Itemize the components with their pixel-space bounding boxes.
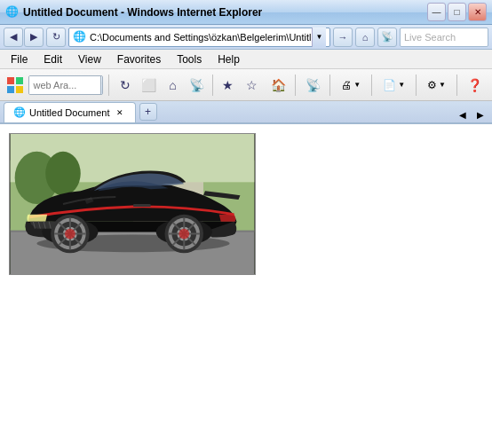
forward-button[interactable]: ▶	[24, 28, 44, 47]
svg-rect-0	[7, 77, 14, 84]
close-button[interactable]: ✕	[468, 3, 487, 21]
feeds-button[interactable]: 📡	[377, 28, 397, 47]
menu-edit[interactable]: Edit	[36, 51, 69, 67]
toolbar-search-wrapper: 🔍	[28, 75, 103, 95]
toolbar-rss-button[interactable]: 📡	[186, 73, 207, 98]
tab-label: Untitled Document	[29, 107, 110, 118]
back-button[interactable]: ◀	[4, 28, 23, 47]
svg-point-23	[65, 229, 75, 240]
car-image	[9, 133, 256, 275]
toolbar-add-favorites-button[interactable]: ☆	[242, 73, 262, 98]
tab-close-button[interactable]: ✕	[114, 106, 126, 119]
toolbar-page-button[interactable]: 📄 ▼	[377, 73, 411, 98]
menu-favorites[interactable]: Favorites	[110, 51, 168, 67]
toolbar-help-button[interactable]: ❓	[462, 73, 487, 98]
address-dropdown-button[interactable]: ▼	[312, 28, 326, 47]
toolbar-favorites-star-button[interactable]: ★	[218, 73, 238, 98]
maximize-button[interactable]: □	[448, 3, 466, 21]
printer-icon: 🖨	[341, 79, 352, 91]
window-title: Untitled Document - Windows Internet Exp…	[23, 6, 427, 19]
go-button[interactable]: →	[333, 28, 353, 47]
menu-bar: File Edit View Favorites Tools Help	[0, 50, 492, 69]
tab-page-icon: 🌐	[13, 106, 26, 119]
browser-icon: 🌐	[5, 5, 20, 20]
toolbar-separator-7	[456, 75, 457, 96]
toolbar-search-input[interactable]	[29, 76, 100, 94]
tabs-bar: 🌐 Untitled Document ✕ + ◀ ▶	[0, 101, 492, 124]
toolbar-home-button[interactable]: ⌂	[163, 73, 183, 98]
page-icon: 🌐	[73, 30, 87, 44]
tab-scroll-right-button[interactable]: ▶	[472, 106, 488, 122]
refresh-button[interactable]: ↻	[46, 28, 66, 47]
svg-rect-1	[16, 77, 23, 84]
windows-logo-button[interactable]	[5, 73, 25, 98]
svg-rect-3	[16, 86, 23, 93]
home-button[interactable]: ⌂	[355, 28, 375, 47]
menu-view[interactable]: View	[71, 51, 108, 67]
tab-scroll-left-button[interactable]: ◀	[455, 106, 471, 122]
address-input[interactable]	[90, 32, 312, 43]
page-icon: 📄	[383, 79, 396, 91]
tabs-right-buttons: ◀ ▶	[455, 106, 488, 122]
toolbar-separator-6	[416, 75, 417, 96]
toolbar-feed-button[interactable]: 📡	[300, 73, 325, 98]
toolbar-separator-3	[295, 75, 296, 96]
address-bar: ◀ ▶ ↻ 🌐 ▼ → ⌂ 📡 Live Search	[0, 25, 492, 50]
toolbar-refresh-button[interactable]: ↻	[115, 73, 135, 98]
svg-point-32	[179, 229, 189, 240]
tools-icon: ⚙	[427, 79, 437, 91]
menu-file[interactable]: File	[4, 51, 35, 67]
address-input-wrapper: 🌐 ▼	[68, 28, 330, 47]
svg-point-11	[45, 152, 81, 195]
menu-tools[interactable]: Tools	[170, 51, 209, 67]
print-dropdown-icon: ▼	[353, 81, 361, 89]
live-search-box[interactable]: Live Search	[400, 28, 488, 47]
toolbar-home-nav-button[interactable]: 🏠	[266, 73, 290, 98]
window-controls: — □ ✕	[427, 3, 487, 21]
toolbar-separator-2	[212, 75, 213, 96]
svg-rect-33	[133, 204, 151, 207]
toolbar-separator-5	[371, 75, 372, 96]
page-dropdown-icon: ▼	[398, 81, 405, 89]
toolbar-print-button[interactable]: 🖨 ▼	[335, 73, 367, 98]
live-search-label: Live Search	[404, 32, 456, 43]
toolbar-separator-1	[108, 75, 109, 96]
tools-dropdown-icon: ▼	[439, 81, 446, 89]
minimize-button[interactable]: —	[427, 3, 446, 21]
toolbar-separator-4	[329, 75, 330, 96]
title-bar: 🌐 Untitled Document - Windows Internet E…	[0, 0, 492, 25]
car-svg	[10, 134, 255, 274]
toolbar: 🔍 ↻ ⬜ ⌂ 📡 ★ ☆ 🏠 📡 🖨 ▼ 📄 ▼ ⚙ ▼ ❓	[0, 69, 492, 101]
content-area	[0, 124, 492, 448]
toolbar-stop-button[interactable]: ⬜	[139, 73, 159, 98]
tab-untitled-document[interactable]: 🌐 Untitled Document ✕	[4, 102, 136, 122]
new-tab-button[interactable]: +	[139, 103, 157, 121]
svg-rect-2	[7, 86, 14, 93]
toolbar-right-area: 🏠 📡 🖨 ▼ 📄 ▼ ⚙ ▼ ❓	[266, 73, 487, 98]
nav-buttons: ◀ ▶	[4, 28, 44, 47]
toolbar-search-button[interactable]: 🔍	[100, 75, 103, 95]
menu-help[interactable]: Help	[210, 51, 247, 67]
toolbar-tools-button[interactable]: ⚙ ▼	[421, 73, 452, 98]
car-image-container	[9, 133, 256, 275]
